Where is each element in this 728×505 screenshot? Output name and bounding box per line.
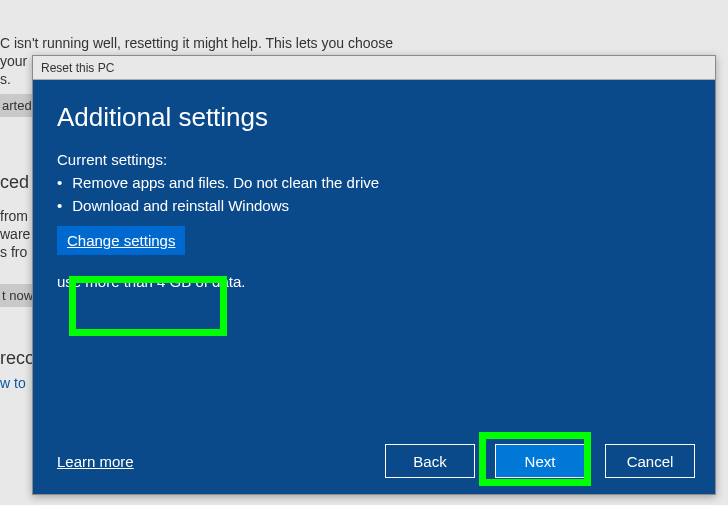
bg-text-fragment: s.: [0, 70, 11, 89]
bg-text-fragment: from: [0, 208, 28, 224]
next-button[interactable]: Next: [495, 444, 585, 478]
reset-pc-dialog: Reset this PC Additional settings Curren…: [32, 55, 716, 495]
change-settings-link[interactable]: Change settings: [57, 226, 185, 255]
page-title: Additional settings: [57, 102, 691, 133]
dialog-body: Additional settings Current settings: Re…: [33, 80, 715, 494]
bg-link-fragment[interactable]: w to: [0, 375, 26, 391]
dialog-titlebar: Reset this PC: [33, 56, 715, 80]
bg-restart-now-btn[interactable]: t now: [0, 284, 35, 307]
bg-get-started-btn[interactable]: arted: [0, 94, 34, 117]
cancel-button[interactable]: Cancel: [605, 444, 695, 478]
bg-heading-recovery: reco: [0, 348, 35, 369]
bg-text-fragment: s fro: [0, 244, 27, 260]
settings-bullet: Download and reinstall Windows: [57, 197, 691, 214]
settings-list: Remove apps and files. Do not clean the …: [57, 174, 691, 214]
bg-text-fragment: ware: [0, 226, 30, 242]
dialog-title-text: Reset this PC: [41, 61, 114, 75]
current-settings-label: Current settings:: [57, 151, 691, 168]
back-button[interactable]: Back: [385, 444, 475, 478]
settings-bullet: Remove apps and files. Do not clean the …: [57, 174, 691, 191]
learn-more-link[interactable]: Learn more: [57, 453, 134, 470]
bg-heading-advanced: ced: [0, 172, 29, 193]
dialog-button-row: Back Next Cancel: [385, 444, 695, 478]
bg-text-fragment: your: [0, 52, 27, 71]
cloud-download-note: use more than 4 GB of data.: [57, 273, 691, 290]
bg-text-fragment: C isn't running well, resetting it might…: [0, 34, 393, 53]
change-settings-wrap: Change settings: [57, 226, 185, 255]
